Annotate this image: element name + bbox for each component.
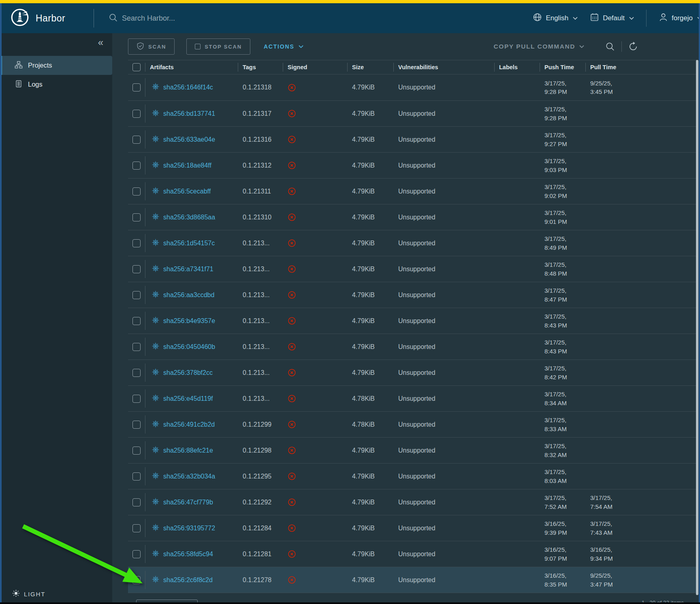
column-header-size: Size [347,60,393,74]
x-circle-icon [288,291,347,299]
table-row[interactable]: sha256:378bf2cc 0.1.213... 4.79KiB Unsup… [128,359,698,385]
table-row[interactable]: sha256:aa3ccdbd 0.1.213... 4.79KiB Unsup… [128,282,698,308]
size-cell: 4.79KiB [347,447,393,454]
tag-cell: 0.1.21318 [238,84,283,91]
artifact-digest-link[interactable]: sha256:633ae04e [163,136,215,143]
row-checkbox[interactable] [132,498,141,506]
helm-chart-icon [152,523,160,533]
row-checkbox[interactable] [132,291,141,299]
artifact-digest-link[interactable]: sha256:1646f14c [163,84,213,91]
table-row[interactable]: sha256:a32b034a 0.1.21295 4.79KiB Unsupp… [128,463,698,489]
row-checkbox[interactable] [132,239,141,247]
table-row[interactable]: sha256:58fd5c94 0.1.21281 4.79KiB Unsupp… [128,541,698,567]
theme-toggle-light[interactable]: LIGHT [12,589,45,598]
push-time-cell: 3/16/25,9:39 PM [540,519,585,537]
row-checkbox[interactable] [132,83,141,91]
scope-dropdown[interactable]: Default [590,13,634,24]
row-checkbox[interactable] [132,472,141,481]
row-checkbox[interactable] [132,395,141,403]
row-checkbox[interactable] [132,550,141,558]
artifact-digest-link[interactable]: sha256:18ae84ff [163,162,211,169]
table-row[interactable]: sha256:a7341f71 0.1.213... 4.79KiB Unsup… [128,256,698,282]
artifact-digest-link[interactable]: sha256:a7341f71 [163,266,213,273]
artifact-digest-link[interactable]: sha256:0450460b [163,343,215,351]
artifact-digest-link[interactable]: sha256:e45d119f [163,395,213,402]
table-row[interactable]: sha256:1646f14c 0.1.21318 4.79KiB Unsupp… [128,74,698,100]
language-dropdown[interactable]: English [533,13,578,24]
manage-columns-button[interactable]: Manage Columns [136,600,198,602]
scan-button[interactable]: SCAN [128,38,175,55]
table-row[interactable]: sha256:88efc21e 0.1.21298 4.79KiB Unsupp… [128,437,698,463]
row-checkbox[interactable] [132,343,141,351]
refresh-icon[interactable] [628,42,638,51]
artifact-digest-link[interactable]: sha256:378bf2cc [163,369,213,376]
artifact-digest-link[interactable]: sha256:bd137741 [163,110,215,117]
helm-chart-icon [152,575,160,585]
row-checkbox[interactable] [132,162,141,170]
artifact-digest-link[interactable]: sha256:5cecabff [163,188,211,195]
table-row[interactable]: sha256:47cf779b 0.1.21292 4.79KiB Unsupp… [128,489,698,515]
artifact-digest-link[interactable]: sha256:47cf779b [163,499,213,506]
table-row[interactable]: sha256:bd137741 0.1.21317 4.79KiB Unsupp… [128,100,698,126]
table-row[interactable]: sha256:18ae84ff 0.1.21312 4.79KiB Unsupp… [128,152,698,178]
row-checkbox[interactable] [132,421,141,429]
artifact-digest-link[interactable]: sha256:491c2b2d [163,421,215,428]
row-checkbox[interactable] [132,317,141,325]
user-icon [659,13,668,24]
row-checkbox[interactable] [132,110,141,118]
table-row[interactable]: sha256:633ae04e 0.1.21316 4.79KiB Unsupp… [128,126,698,152]
table-row[interactable]: sha256:3d8685aa 0.1.21310 4.79KiB Unsupp… [128,204,698,230]
table-row[interactable]: sha256:2c6f8c2d 0.1.21278 4.79KiB Unsupp… [128,567,698,593]
signed-cell [283,317,347,325]
table-row[interactable]: sha256:e45d119f 0.1.213... 4.78KiB Unsup… [128,385,698,411]
signed-cell [283,342,347,351]
artifact-digest-link[interactable]: sha256:1d54157c [163,240,215,247]
table-row[interactable]: sha256:0450460b 0.1.213... 4.79KiB Unsup… [128,334,698,359]
artifact-digest-link[interactable]: sha256:88efc21e [163,447,213,454]
brand[interactable]: Harbor [0,8,94,28]
signed-cell [283,83,347,92]
push-time-cell: 3/16/25,9:07 PM [540,545,585,563]
table-row[interactable]: sha256:491c2b2d 0.1.21299 4.78KiB Unsupp… [128,411,698,437]
row-checkbox[interactable] [132,447,141,455]
artifact-digest-link[interactable]: sha256:b4e9357e [163,317,215,325]
table-row[interactable]: sha256:93195772 0.1.21284 4.79KiB Unsupp… [128,515,698,541]
copy-pull-command-label: COPY PULL COMMAND [494,43,575,50]
row-checkbox[interactable] [132,369,141,377]
global-search-input[interactable]: Search Harbor... [109,13,533,24]
row-checkbox[interactable] [132,187,141,196]
scrollbar[interactable] [696,60,698,595]
artifact-digest-link[interactable]: sha256:a32b034a [163,473,215,480]
tag-cell: 0.1.21312 [238,162,283,169]
row-checkbox[interactable] [132,213,141,221]
row-checkbox[interactable] [132,576,141,584]
artifact-digest-link[interactable]: sha256:93195772 [163,525,215,532]
row-checkbox[interactable] [132,524,141,532]
table-row[interactable]: sha256:1d54157c 0.1.213... 4.79KiB Unsup… [128,230,698,256]
artifact-digest-link[interactable]: sha256:3d8685aa [163,214,215,221]
signed-cell [283,498,347,506]
artifact-digest-link[interactable]: sha256:2c6f8c2d [163,576,213,584]
sidebar-item-projects[interactable]: Projects [2,56,112,75]
vulnerabilities-cell: Unsupported [393,266,494,273]
x-circle-icon [288,83,347,92]
push-time-cell: 3/17/25,8:32 AM [540,442,585,459]
tag-cell: 0.1.21310 [238,214,283,221]
table-row[interactable]: sha256:5cecabff 0.1.21311 4.79KiB Unsupp… [128,178,698,204]
vulnerabilities-cell: Unsupported [393,473,494,480]
select-all-checkbox[interactable] [132,63,141,71]
artifact-digest-link[interactable]: sha256:58fd5c94 [163,551,213,558]
filter-search-icon[interactable] [605,42,615,51]
user-menu[interactable]: forgejo [659,13,699,24]
collapse-sidebar-icon[interactable]: « [98,38,103,47]
table-row[interactable]: sha256:b4e9357e 0.1.213... 4.79KiB Unsup… [128,308,698,334]
stop-scan-button[interactable]: STOP SCAN [186,38,250,55]
signed-cell [283,265,347,273]
row-checkbox[interactable] [132,265,141,273]
actions-dropdown[interactable]: ACTIONS [264,43,303,50]
copy-pull-command-dropdown[interactable]: COPY PULL COMMAND [494,43,584,50]
signed-cell [283,524,347,532]
row-checkbox[interactable] [132,136,141,144]
sidebar-item-logs[interactable]: Logs [2,75,112,94]
artifact-digest-link[interactable]: sha256:aa3ccdbd [163,291,214,299]
